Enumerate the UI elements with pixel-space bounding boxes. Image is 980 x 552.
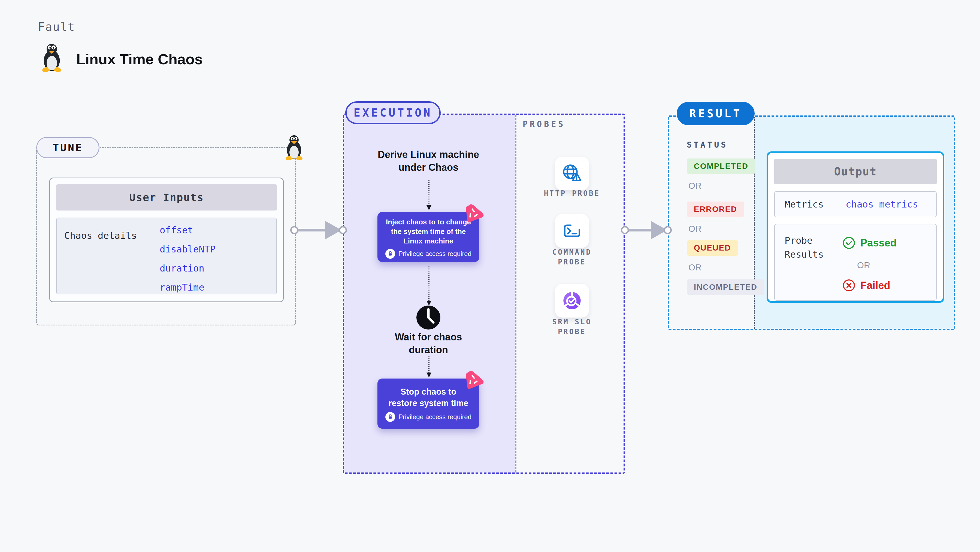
privilege-label: Privilege access required [398,413,471,421]
or-label: OR [689,224,702,234]
command-probe-card [555,214,589,248]
probe-results-row: Probe Results Passed OR Failed [774,224,937,301]
terminal-icon [562,220,583,241]
lock-icon [385,412,395,422]
status-badge-queued: QUEUED [687,240,738,256]
metrics-value: chaos metrics [846,199,918,210]
http-probe-label: HTTP PROBE [538,189,606,198]
connector-start-circle [621,226,629,234]
chaos-details-label: Chaos details [64,230,137,241]
failed-result: Failed [842,279,890,292]
passed-result: Passed [842,236,897,249]
passed-label: Passed [861,237,897,249]
param-duration: duration [160,263,216,274]
x-circle-icon [842,279,856,292]
page-title: Linux Time Chaos [76,51,203,68]
output-card: Output Metrics chaos metrics Probe Resul… [767,151,944,303]
check-circle-icon [842,236,856,249]
tux-penguin-icon [40,43,64,72]
status-badge-completed: COMPLETED [687,159,756,174]
user-inputs-body: Chaos details offset disableNTP duration… [56,217,277,294]
chaos-pink-icon [462,203,487,226]
metrics-row: Metrics chaos metrics [774,191,937,217]
user-inputs-card: User Inputs Chaos details offset disable… [49,178,284,302]
status-heading: STATUS [687,140,728,149]
or-label: OR [689,263,702,273]
probe-results-label: Probe Results [784,234,836,262]
param-ramptime: rampTime [160,282,216,293]
connector-line [625,229,652,232]
srm-slo-probe-label: SRM SLO PROBE [538,317,606,337]
connector-end-circle [339,226,347,234]
probes-heading: PROBES [523,119,565,129]
or-label: OR [689,181,702,191]
failed-label: Failed [861,280,890,291]
connector-start-circle [290,226,298,234]
lock-icon [385,249,395,259]
param-disablentp: disableNTP [160,244,216,255]
connector-end-circle [663,226,672,234]
fault-kicker: Fault [38,20,75,33]
param-offset: offset [160,225,216,236]
fault-diagram: Fault Linux Time Chaos TUNE [0,0,980,552]
status-badge-incompleted: INCOMPLETED [687,279,764,295]
chaos-pink-icon [462,370,487,393]
command-probe-label: COMMAND PROBE [538,247,606,267]
execution-pill: EXECUTION [345,101,441,124]
flow-arrow-down-icon [428,356,430,373]
http-probe-card [555,157,589,190]
srm-slo-probe-card [555,284,589,317]
privilege-label: Privilege access required [398,250,471,258]
output-title: Output [774,159,937,184]
globe-warning-icon [562,163,583,184]
privilege-row: Privilege access required [377,412,479,422]
slo-pie-check-icon [562,290,583,311]
wait-step-label: Wait for chaos duration [388,331,469,357]
clock-icon [416,305,441,330]
connector-line [294,229,327,232]
or-label: OR [857,260,870,270]
flow-arrow-down-icon [428,266,430,301]
metrics-label: Metrics [784,199,846,210]
privilege-row: Privilege access required [377,249,479,259]
tune-pill: TUNE [36,137,99,158]
flow-arrow-down-icon [428,180,430,206]
derive-step-label: Derive Linux machine under Chaos [374,148,483,174]
result-pill: RESULT [677,102,755,125]
status-badge-errored: ERRORED [687,201,744,217]
user-inputs-title: User Inputs [56,184,277,211]
tux-penguin-small-icon [283,135,305,160]
chaos-params-list: offset disableNTP duration rampTime [160,225,216,293]
